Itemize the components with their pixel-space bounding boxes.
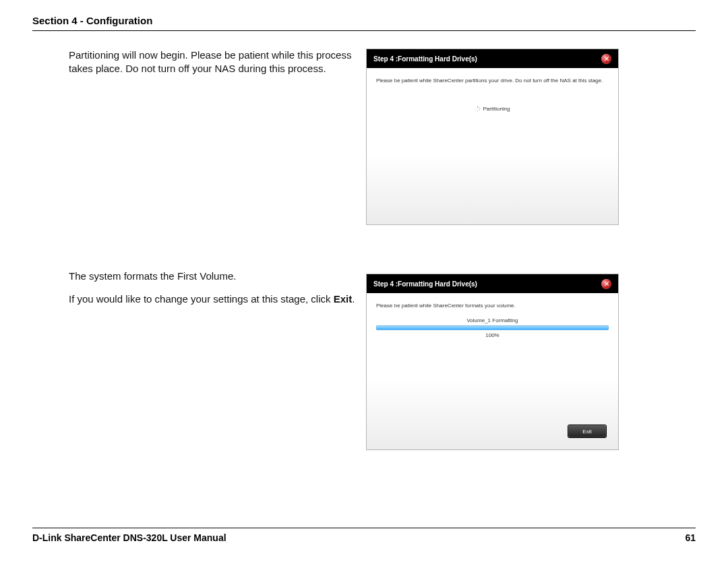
close-icon[interactable]	[601, 54, 611, 64]
text: .	[352, 293, 355, 305]
dialog-header: Step 4 :Formatting Hard Drive(s)	[367, 274, 618, 293]
svg-line-1	[479, 107, 480, 108]
description-block-1: Partitioning will now begin. Please be p…	[69, 49, 355, 84]
instruction-text: Please be patient while ShareCenter part…	[376, 77, 609, 84]
page-number: 61	[685, 532, 696, 543]
progress-bar	[376, 325, 609, 330]
text: If you would like to change your setting…	[69, 293, 334, 305]
status-text: Partitioning	[483, 106, 510, 112]
exit-bold-text: Exit	[334, 293, 353, 305]
formatting-dialog-partitioning: Step 4 :Formatting Hard Drive(s) Please …	[366, 49, 619, 225]
instruction-text: Please be patient while ShareCenter form…	[376, 303, 609, 309]
dialog-title: Step 4 :Formatting Hard Drive(s)	[373, 280, 477, 288]
dialog-header: Step 4 :Formatting Hard Drive(s)	[367, 49, 618, 68]
footer-left: D-Link ShareCenter DNS-320L User Manual	[32, 532, 226, 543]
paragraph: The system formats the First Volume.	[69, 270, 355, 283]
paragraph: If you would like to change your setting…	[69, 292, 355, 306]
status-row: Partitioning	[367, 106, 618, 112]
dialog-body: Please be patient while ShareCenter part…	[367, 68, 618, 224]
volume-label: Volume_1 Formatting	[367, 317, 618, 323]
formatting-dialog-progress: Step 4 :Formatting Hard Drive(s) Please …	[366, 274, 619, 450]
svg-line-7	[476, 107, 477, 108]
svg-line-3	[479, 110, 480, 111]
svg-line-5	[476, 110, 477, 111]
exit-button[interactable]: Exit	[568, 425, 606, 437]
close-icon[interactable]	[601, 279, 611, 289]
progress-percent: 100%	[367, 332, 618, 338]
paragraph: Partitioning will now begin. Please be p…	[69, 49, 355, 75]
dialog-body: Please be patient while ShareCenter form…	[367, 293, 618, 449]
progress-fill	[377, 326, 608, 330]
spinner-icon	[475, 106, 481, 112]
dialog-title: Step 4 :Formatting Hard Drive(s)	[373, 55, 477, 63]
section-header: Section 4 - Configuration	[32, 15, 696, 31]
description-block-2: The system formats the First Volume. If …	[69, 270, 355, 315]
page-footer: D-Link ShareCenter DNS-320L User Manual …	[32, 528, 696, 543]
